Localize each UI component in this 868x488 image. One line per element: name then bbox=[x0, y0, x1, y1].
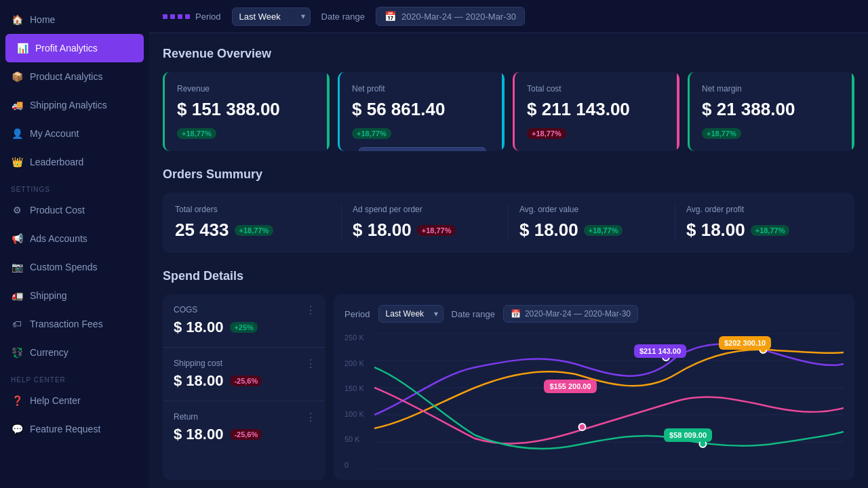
help-section-label: HELP CENTER bbox=[0, 367, 149, 386]
net-profit-card: Net profit $ 56 861.40 +18,77% Gross sal… bbox=[338, 72, 505, 151]
topbar: Period Last Week Last Month Last 30 Days… bbox=[149, 0, 868, 33]
calendar-icon: 📅 bbox=[384, 11, 396, 22]
y-axis: 250 K 200 K 150 K 100 K 50 K 0 bbox=[344, 333, 374, 469]
card-accent bbox=[677, 72, 679, 151]
revenue-card-label: Revenue bbox=[177, 84, 317, 94]
return-badge: -25,6% bbox=[230, 429, 262, 440]
sidebar-item-label: Ads Accounts bbox=[30, 233, 87, 244]
sidebar-item-feature-request[interactable]: 💬 Feature Request bbox=[0, 415, 149, 443]
spend-section-title: Spend Details bbox=[163, 269, 854, 283]
ad-spend-item: Ad spend per order $ 18.00 +18,77% bbox=[342, 205, 509, 241]
total-orders-item: Total orders 25 433 +18,77% bbox=[175, 205, 342, 241]
chart-period-select-wrap[interactable]: Last Week Last Month bbox=[378, 305, 443, 323]
sidebar-item-label: Custom Spends bbox=[30, 262, 98, 272]
sidebar-item-label: My Account bbox=[30, 128, 79, 139]
chart-date-range-box[interactable]: 📅 2020-Mar-24 — 2020-Mar-30 bbox=[503, 305, 638, 323]
orders-summary-card: Total orders 25 433 +18,77% Ad spend per… bbox=[163, 192, 854, 253]
cogs-dots[interactable]: ⋮ bbox=[305, 304, 316, 317]
svg-point-8 bbox=[579, 424, 586, 430]
card-accent bbox=[852, 72, 854, 151]
sidebar-item-transaction-fees[interactable]: 🏷 Transaction Fees bbox=[0, 310, 149, 338]
sidebar-item-label: Leaderboard bbox=[30, 157, 83, 167]
net-profit-badge: +18,77% bbox=[352, 128, 391, 139]
sidebar-item-leaderboard[interactable]: 👑 Leaderboard bbox=[0, 148, 149, 176]
net-margin-label: Net margin bbox=[702, 84, 842, 94]
revenue-card-value: $ 151 388.00 bbox=[177, 99, 317, 120]
truck-icon: 🚚 bbox=[11, 99, 23, 111]
chart-controls: Period Last Week Last Month Date range 📅… bbox=[344, 305, 844, 323]
chart-calendar-icon: 📅 bbox=[511, 309, 521, 319]
net-profit-value: $ 56 861.40 bbox=[352, 99, 492, 120]
total-cost-label: Total cost bbox=[527, 84, 667, 94]
sidebar: 🏠 Home 📊 Profit Analytics 📦 Product Anal… bbox=[0, 0, 149, 488]
sidebar-item-ads-accounts[interactable]: 📢 Ads Accounts bbox=[0, 224, 149, 253]
shipping-cost-label: Shipping cost bbox=[174, 359, 315, 368]
sidebar-item-shipping[interactable]: 🚛 Shipping bbox=[0, 281, 149, 310]
tooltip-orange: $202 300.10 bbox=[719, 336, 771, 350]
net-margin-card: Net margin $ 21 388.00 +18,77% bbox=[688, 72, 854, 151]
sidebar-item-product-cost[interactable]: ⚙ Product Cost bbox=[0, 196, 149, 224]
total-orders-badge: +18,77% bbox=[235, 225, 274, 236]
spend-details-grid: ⋮ COGS $ 18.00 +25% ⋮ Shipping cost $ 18… bbox=[163, 294, 854, 480]
chart-period-select[interactable]: Last Week Last Month bbox=[378, 305, 443, 323]
sidebar-item-label: Feature Request bbox=[30, 424, 100, 434]
date-range-value: 2020-Mar-24 — 2020-Mar-30 bbox=[401, 12, 516, 22]
sidebar-item-label: Currency bbox=[30, 347, 68, 358]
crown-icon: 👑 bbox=[11, 156, 23, 168]
chart-svg bbox=[374, 333, 844, 469]
sidebar-item-home[interactable]: 🏠 Home bbox=[0, 5, 149, 34]
chart-icon: 📊 bbox=[16, 42, 28, 54]
spend-chart-area: Period Last Week Last Month Date range 📅… bbox=[334, 294, 854, 480]
return-dots[interactable]: ⋮ bbox=[305, 411, 316, 424]
box-icon: 📦 bbox=[11, 70, 23, 83]
user-icon: 👤 bbox=[11, 127, 23, 140]
total-cost-value: $ 211 143.00 bbox=[527, 99, 667, 120]
y-label-100k: 100 K bbox=[344, 410, 374, 418]
shipping-cost-value: $ 18.00 -25,6% bbox=[174, 372, 315, 390]
avg-order-val: $ 18.00 +18,77% bbox=[519, 220, 664, 241]
sidebar-item-label: Shipping bbox=[30, 290, 67, 301]
period-select-wrap[interactable]: Last Week Last Month Last 30 Days bbox=[232, 7, 311, 26]
sidebar-item-label: Product Cost bbox=[30, 205, 85, 216]
y-label-200k: 200 K bbox=[344, 359, 374, 367]
cogs-value: $ 18.00 +25% bbox=[174, 319, 315, 336]
sidebar-item-label: Help Center bbox=[30, 395, 81, 406]
settings-section-label: SETTINGS bbox=[0, 176, 149, 196]
main-content: Period Last Week Last Month Last 30 Days… bbox=[149, 0, 868, 488]
avg-order-badge: +18,77% bbox=[584, 225, 623, 236]
tooltip-pink: $155 200.00 bbox=[544, 380, 596, 393]
gear-icon: ⚙ bbox=[11, 204, 23, 216]
chart-container: 250 K 200 K 150 K 100 K 50 K 0 bbox=[344, 333, 844, 469]
sidebar-item-help-center[interactable]: ❓ Help Center bbox=[0, 386, 149, 415]
sidebar-item-profit-analytics[interactable]: 📊 Profit Analytics bbox=[5, 34, 144, 62]
shipping-cost-item: ⋮ Shipping cost $ 18.00 -25,6% bbox=[163, 348, 326, 401]
chart-period-label: Period bbox=[344, 309, 370, 319]
avg-order-value-item: Avg. order value $ 18.00 +18,77% bbox=[509, 205, 675, 241]
chart-date-value: 2020-Mar-24 — 2020-Mar-30 bbox=[525, 309, 631, 319]
net-profit-tooltip: Gross sales – Refund – Discounts bbox=[358, 147, 486, 151]
period-label: Period bbox=[195, 12, 221, 22]
total-orders-label: Total orders bbox=[175, 205, 330, 214]
spend-left-panel: ⋮ COGS $ 18.00 +25% ⋮ Shipping cost $ 18… bbox=[163, 294, 326, 480]
page-content: Revenue Overview Revenue $ 151 388.00 +1… bbox=[149, 33, 868, 488]
megaphone-icon: 📢 bbox=[11, 232, 23, 245]
shipping-cost-dots[interactable]: ⋮ bbox=[305, 357, 316, 370]
sidebar-item-my-account[interactable]: 👤 My Account bbox=[0, 119, 149, 148]
y-label-250k: 250 K bbox=[344, 333, 374, 342]
date-range-box[interactable]: 📅 2020-Mar-24 — 2020-Mar-30 bbox=[376, 7, 525, 26]
period-select[interactable]: Last Week Last Month Last 30 Days bbox=[232, 7, 311, 26]
return-item: ⋮ Return $ 18.00 -25,6% bbox=[163, 401, 326, 454]
ad-spend-label: Ad spend per order bbox=[353, 205, 497, 214]
sidebar-item-product-analytics[interactable]: 📦 Product Analytics bbox=[0, 62, 149, 91]
tooltip-purple: $211 143.00 bbox=[634, 344, 686, 358]
sidebar-item-custom-spends[interactable]: 📷 Custom Spends bbox=[0, 253, 149, 281]
sidebar-item-shipping-analytics[interactable]: 🚚 Shipping Analytics bbox=[0, 91, 149, 119]
currency-icon: 💱 bbox=[11, 346, 23, 359]
avg-order-label: Avg. order value bbox=[519, 205, 664, 214]
sidebar-item-label: Shipping Analytics bbox=[30, 100, 107, 110]
shipping-cost-badge: -25,6% bbox=[230, 375, 262, 386]
sidebar-item-currency[interactable]: 💱 Currency bbox=[0, 338, 149, 367]
total-cost-badge: +18,77% bbox=[527, 128, 566, 139]
cogs-badge: +25% bbox=[230, 322, 257, 333]
net-profit-label: Net profit bbox=[352, 84, 492, 94]
